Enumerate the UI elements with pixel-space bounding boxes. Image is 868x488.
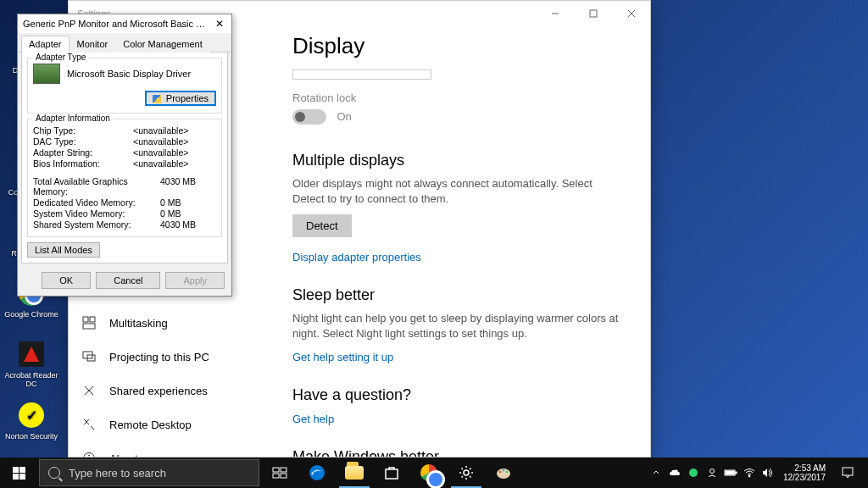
svg-rect-7 [83, 324, 95, 329]
svg-point-22 [499, 471, 502, 474]
tab-monitor[interactable]: Monitor [70, 36, 116, 53]
multitasking-icon [82, 316, 96, 330]
taskbar-app-settings[interactable] [448, 458, 485, 488]
svg-rect-31 [843, 468, 853, 475]
sleep-help-link[interactable]: Get help setting it up [292, 351, 393, 363]
adapter-properties-dialog: Generic PnP Monitor and Microsoft Basic … [17, 14, 232, 297]
taskbar-app-file-explorer[interactable] [336, 458, 373, 488]
page-title: Display [292, 33, 626, 59]
svg-point-14 [89, 455, 90, 456]
ok-button[interactable]: OK [42, 272, 91, 289]
start-button[interactable] [0, 458, 37, 488]
feedback-heading: Make Windows better [292, 448, 626, 457]
dialog-titlebar[interactable]: Generic PnP Monitor and Microsoft Basic … [18, 14, 231, 33]
adapter-chip-icon [33, 64, 60, 84]
cancel-button[interactable]: Cancel [96, 272, 160, 289]
svg-rect-5 [83, 317, 88, 322]
tray-volume-icon[interactable] [760, 458, 776, 488]
sidebar-item-projecting[interactable]: Projecting to this PC [69, 340, 262, 374]
action-center-button[interactable] [832, 458, 863, 488]
tray-security-icon[interactable] [685, 458, 702, 488]
tab-adapter[interactable]: Adapter [21, 36, 70, 53]
svg-rect-28 [735, 472, 737, 474]
taskbar-clock[interactable]: 2:53 AM 12/23/2017 [778, 463, 831, 482]
svg-rect-18 [281, 474, 287, 478]
system-tray: 2:53 AM 12/23/2017 [648, 458, 868, 488]
rotation-lock-toggle[interactable] [292, 109, 326, 125]
remote-desktop-icon [82, 418, 96, 431]
svg-rect-16 [281, 468, 287, 472]
display-preview-box [292, 69, 431, 80]
adapter-properties-button[interactable]: Properties [145, 91, 216, 106]
sidebar-item-remote-desktop[interactable]: Remote Desktop [69, 408, 262, 441]
svg-rect-17 [273, 474, 279, 478]
shield-icon [153, 95, 161, 103]
question-heading: Have a question? [292, 386, 626, 404]
adapter-tab-page: Adapter Type Microsoft Basic Display Dri… [21, 53, 228, 263]
minimize-button[interactable] [536, 1, 574, 26]
projecting-icon [82, 350, 96, 363]
svg-rect-15 [273, 468, 279, 472]
taskbar-app-paint[interactable] [485, 458, 522, 488]
detect-button[interactable]: Detect [292, 214, 352, 237]
svg-point-25 [689, 469, 698, 477]
tab-color-management[interactable]: Color Management [115, 36, 210, 53]
apply-button: Apply [165, 272, 225, 289]
get-help-link[interactable]: Get help [292, 413, 334, 425]
tray-people-icon[interactable] [704, 458, 721, 488]
sidebar-item-about[interactable]: About [69, 441, 262, 457]
taskbar: Type here to search 2:53 AM 12/23/2017 [0, 458, 868, 488]
sidebar-item-shared-experiences[interactable]: Shared experiences [69, 374, 262, 408]
svg-point-20 [464, 470, 469, 475]
svg-point-24 [506, 471, 509, 474]
taskbar-search[interactable]: Type here to search [39, 459, 259, 486]
taskbar-app-edge[interactable] [298, 458, 336, 488]
maximize-button[interactable] [574, 1, 612, 26]
svg-point-23 [503, 469, 505, 472]
tray-wifi-icon[interactable] [741, 458, 758, 488]
sidebar-item-multitasking[interactable]: Multitasking [69, 306, 262, 340]
shared-experiences-icon [82, 384, 96, 397]
windows-icon [13, 467, 25, 480]
rotation-lock-label: Rotation lock [292, 92, 626, 104]
rotation-lock-state: On [337, 110, 351, 123]
tray-onedrive-icon[interactable] [666, 458, 683, 488]
taskbar-app-store[interactable] [373, 458, 410, 488]
list-all-modes-button[interactable]: List All Modes [27, 242, 100, 258]
task-view-button[interactable] [261, 458, 298, 488]
search-placeholder: Type here to search [69, 467, 166, 480]
svg-point-19 [309, 465, 325, 480]
multiple-displays-heading: Multiple displays [292, 152, 626, 169]
svg-rect-29 [726, 471, 734, 474]
dialog-tabs: Adapter Monitor Color Management [18, 33, 231, 53]
tray-battery-icon[interactable] [722, 458, 739, 488]
dialog-close-button[interactable]: ✕ [211, 16, 228, 31]
display-adapter-properties-link[interactable]: Display adapter properties [292, 251, 421, 263]
tray-chevron-icon[interactable] [648, 458, 665, 488]
close-button[interactable] [612, 1, 650, 26]
about-icon [82, 452, 96, 457]
taskbar-apps [298, 458, 522, 488]
dialog-title: Generic PnP Monitor and Microsoft Basic … [23, 19, 211, 29]
svg-point-26 [709, 469, 714, 474]
svg-point-30 [748, 475, 750, 477]
adapter-type-group: Adapter Type Microsoft Basic Display Dri… [27, 58, 222, 114]
svg-rect-1 [590, 10, 597, 17]
multiple-displays-desc: Older displays might not always connect … [292, 176, 626, 206]
adapter-info-group: Adapter Information Chip Type:<unavailab… [27, 119, 222, 237]
desktop-icon-norton[interactable]: ✓Norton Security [3, 400, 59, 456]
svg-rect-6 [90, 317, 95, 322]
search-icon [48, 467, 60, 479]
settings-content: Display Rotation lock On Multiple displa… [262, 26, 650, 457]
taskbar-app-chrome[interactable] [410, 458, 448, 488]
sleep-better-desc: Night light can help you get to sleep by… [292, 311, 626, 341]
adapter-name: Microsoft Basic Display Driver [67, 69, 191, 79]
desktop-icon-acrobat[interactable]: Acrobat Reader DC [3, 339, 59, 395]
dialog-buttons: OK Cancel Apply [18, 267, 231, 296]
sleep-better-heading: Sleep better [292, 286, 626, 304]
